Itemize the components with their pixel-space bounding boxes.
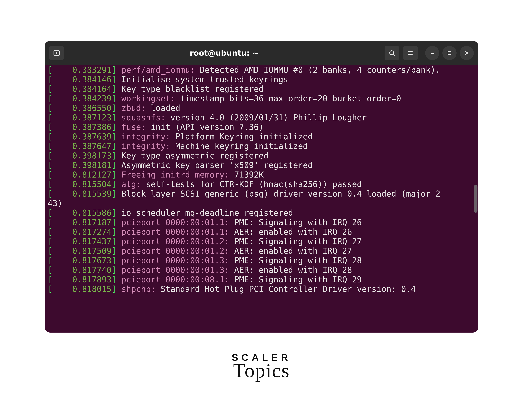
search-icon: [388, 49, 396, 57]
brand-line2: Topics: [0, 359, 523, 382]
log-timestamp: 0.817893: [72, 275, 112, 284]
maximize-icon: [446, 49, 453, 57]
log-module: pcieport 0000:00:01.1: [121, 227, 224, 237]
terminal-output[interactable]: [ 0.383291] perf/amd_iommu: Detected AMD…: [45, 65, 478, 333]
log-line: [ 0.398173] Key type asymmetric register…: [48, 151, 476, 160]
log-module: Freeing initrd memory: [121, 170, 224, 179]
log-line: [ 0.817740] pcieport 0000:00:01.3: AER: …: [48, 265, 476, 275]
log-timestamp: 0.384164: [72, 84, 112, 94]
log-line: [ 0.812127] Freeing initrd memory: 71392…: [48, 170, 476, 180]
log-module: zbud: [121, 103, 141, 113]
log-message: AER: enabled with IRQ 28: [234, 265, 352, 275]
new-tab-button[interactable]: [49, 46, 64, 60]
log-timestamp: 0.815586: [72, 208, 112, 217]
log-timestamp: 0.818015: [72, 284, 112, 294]
log-line: [ 0.384164] Key type blacklist registere…: [48, 84, 476, 94]
log-module: workingset: [121, 94, 171, 103]
log-line: [ 0.386550] zbud: loaded: [48, 103, 476, 113]
log-line: [ 0.387123] squashfs: version 4.0 (2009/…: [48, 113, 476, 122]
log-module: alg: [121, 180, 136, 189]
log-line: [ 0.817187] pcieport 0000:00:01.1: PME: …: [48, 218, 476, 227]
log-module: squashfs: [121, 113, 161, 122]
log-line: [ 0.817673] pcieport 0000:00:01.3: PME: …: [48, 256, 476, 265]
log-module: pcieport 0000:00:01.1: [121, 218, 224, 227]
log-timestamp: 0.817274: [72, 227, 112, 237]
log-message: Standard Hot Plug PCI Controller Driver …: [161, 284, 416, 294]
log-message: Key type asymmetric registered: [121, 151, 269, 160]
log-message: Block layer SCSI generic (bsg) driver ve…: [121, 189, 440, 198]
maximize-button[interactable]: [442, 46, 457, 60]
log-message: loaded: [151, 103, 180, 113]
log-timestamp: 0.387123: [72, 113, 112, 122]
log-message: AER: enabled with IRQ 27: [234, 246, 352, 256]
log-line: [ 0.817509] pcieport 0000:00:01.2: AER: …: [48, 246, 476, 256]
log-timestamp: 0.817187: [72, 218, 112, 227]
scrollbar-thumb[interactable]: [474, 185, 477, 213]
log-module: perf/amd_iommu: [121, 65, 190, 75]
hamburger-icon: [407, 49, 414, 57]
log-timestamp: 0.398173: [72, 151, 112, 160]
close-icon: [463, 49, 470, 57]
log-timestamp: 0.384239: [72, 94, 112, 103]
log-timestamp: 0.812127: [72, 170, 112, 179]
log-message: Initialise system trusted keyrings: [121, 75, 288, 84]
close-button[interactable]: [460, 46, 474, 60]
log-message: PME: Signaling with IRQ 28: [234, 256, 362, 265]
svg-line-4: [393, 54, 395, 56]
log-line-continuation: 43): [48, 198, 476, 208]
log-message: version 4.0 (2009/01/31) Phillip Lougher: [171, 113, 367, 122]
log-message: Asymmetric key parser 'x509' registered: [121, 160, 313, 170]
log-line: [ 0.815586] io scheduler mq-deadline reg…: [48, 208, 476, 218]
log-message: PME: Signaling with IRQ 29: [234, 275, 362, 284]
log-timestamp: 0.386550: [72, 103, 112, 113]
log-message: PME: Signaling with IRQ 26: [234, 218, 362, 227]
log-line: [ 0.815504] alg: self-tests for CTR-KDF …: [48, 180, 476, 189]
log-message: Key type blacklist registered: [121, 84, 264, 94]
log-module: pcieport 0000:00:01.2: [121, 246, 224, 256]
log-timestamp: 0.387639: [72, 132, 112, 141]
log-timestamp: 0.817740: [72, 265, 112, 275]
minimize-icon: [429, 49, 436, 57]
new-tab-icon: [53, 49, 60, 57]
log-message: init (API version 7.36): [151, 122, 264, 132]
log-module: pcieport 0000:00:01.3: [121, 256, 224, 265]
brand-logo: SCALER Topics: [0, 352, 523, 382]
log-module: pcieport 0000:00:08.1: [121, 275, 224, 284]
log-line: [ 0.387639] integrity: Platform Keyring …: [48, 132, 476, 141]
log-timestamp: 0.398181: [72, 160, 112, 170]
log-module: pcieport 0000:00:01.2: [121, 237, 224, 246]
menu-button[interactable]: [403, 46, 418, 60]
log-message: PME: Signaling with IRQ 27: [234, 237, 362, 246]
terminal-window: root@ubuntu: ~: [45, 41, 478, 333]
log-module: pcieport 0000:00:01.3: [121, 265, 224, 275]
log-timestamp: 0.817673: [72, 256, 112, 265]
search-button[interactable]: [384, 46, 399, 60]
log-message: Platform Keyring initialized: [175, 132, 313, 141]
log-timestamp: 0.384146: [72, 75, 112, 84]
log-line: [ 0.817437] pcieport 0000:00:01.2: PME: …: [48, 237, 476, 246]
log-line: [ 0.384146] Initialise system trusted ke…: [48, 75, 476, 84]
log-timestamp: 0.383291: [72, 65, 112, 75]
log-timestamp: 0.387386: [72, 122, 112, 132]
log-line: [ 0.398181] Asymmetric key parser 'x509'…: [48, 160, 476, 170]
window-title: root@ubuntu: ~: [66, 48, 383, 57]
log-timestamp: 0.815539: [72, 189, 112, 198]
log-timestamp: 0.387647: [72, 141, 112, 151]
log-module: integrity: [121, 141, 165, 151]
log-message: timestamp_bits=36 max_order=20 bucket_or…: [180, 94, 401, 103]
log-message: self-tests for CTR-KDF (hmac(sha256)) pa…: [146, 180, 362, 189]
log-line: [ 0.387647] integrity: Machine keyring i…: [48, 141, 476, 151]
minimize-button[interactable]: [425, 46, 439, 60]
log-line: [ 0.387386] fuse: init (API version 7.36…: [48, 122, 476, 132]
log-message: AER: enabled with IRQ 26: [234, 227, 352, 237]
log-module: integrity: [121, 132, 165, 141]
log-line: [ 0.817274] pcieport 0000:00:01.1: AER: …: [48, 227, 476, 237]
log-line: [ 0.817893] pcieport 0000:00:08.1: PME: …: [48, 275, 476, 284]
log-line: [ 0.383291] perf/amd_iommu: Detected AMD…: [48, 65, 476, 75]
titlebar: root@ubuntu: ~: [45, 41, 478, 65]
log-line: [ 0.818015] shpchp: Standard Hot Plug PC…: [48, 284, 476, 294]
svg-point-3: [390, 51, 394, 55]
log-module: fuse: [121, 122, 141, 132]
svg-rect-9: [448, 51, 451, 55]
log-line: [ 0.815539] Block layer SCSI generic (bs…: [48, 189, 476, 198]
